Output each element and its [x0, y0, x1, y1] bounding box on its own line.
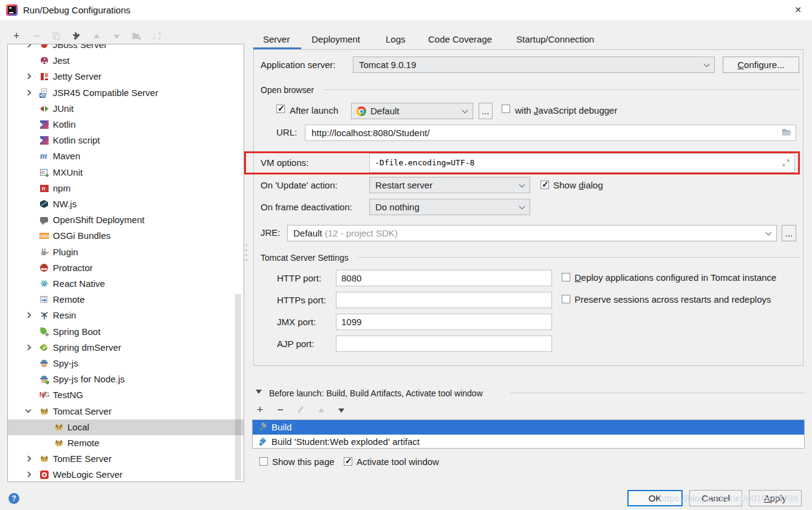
tomcat-settings-group-line — [357, 257, 800, 258]
js-debugger-checkbox[interactable] — [502, 105, 510, 113]
chevron-right-icon[interactable] — [26, 456, 32, 462]
new-folder-icon[interactable]: + — [132, 32, 142, 41]
tree-scrollbar[interactable] — [235, 294, 241, 480]
edit-icon[interactable] — [296, 405, 305, 415]
splitter-handle[interactable] — [245, 244, 247, 265]
remove-icon[interactable]: − — [276, 405, 285, 415]
after-launch-checkbox[interactable] — [276, 105, 285, 113]
tab-server[interactable]: Server — [263, 32, 290, 47]
tab-deployment[interactable]: Deployment — [312, 32, 360, 47]
ajp-port--field[interactable] — [336, 336, 552, 352]
preserve-sessions-checkbox[interactable] — [562, 295, 570, 303]
http-port--label: HTTP port: — [277, 271, 321, 286]
application-server-select[interactable]: Tomcat 9.0.19 — [353, 57, 715, 73]
tree-item-tomcat-server[interactable]: Tomcat Server — [8, 404, 244, 419]
configure-button[interactable]: Configure... — [723, 57, 799, 73]
tree-item-jest[interactable]: Jest — [8, 53, 244, 69]
expand-icon[interactable] — [781, 158, 791, 168]
vm-options-field[interactable]: -Dfile.encoding=UTF-8 — [369, 153, 795, 173]
tab-startup-connection[interactable]: Startup/Connection — [516, 32, 594, 47]
move-up-icon[interactable] — [92, 32, 101, 41]
browse-browser-button[interactable]: ... — [479, 103, 493, 119]
open-folder-icon[interactable] — [782, 128, 791, 138]
tree-item-resin[interactable]: Resin — [8, 308, 244, 323]
tree-item-spring-dmserver[interactable]: Spring dmServer — [8, 340, 244, 356]
url-field[interactable]: http://localhost:8080/Student/ — [305, 125, 796, 141]
collapse-triangle-icon[interactable] — [256, 390, 262, 394]
tree-item-remote[interactable]: Remote — [8, 292, 244, 308]
tree-item-jboss-server[interactable]: JBoss Server — [8, 44, 244, 53]
chevron-right-icon[interactable] — [26, 344, 32, 350]
jmx-port--field[interactable]: 1099 — [336, 314, 552, 330]
on-frame-deactivation-select[interactable]: Do nothing — [369, 199, 530, 215]
tree-item-remote[interactable]: Remote — [8, 435, 244, 451]
show-dialog-checkbox[interactable] — [541, 181, 549, 189]
tree-item-jetty-server[interactable]: Jetty Server — [8, 69, 244, 84]
chevron-right-icon[interactable] — [26, 74, 32, 80]
tree-item-testng[interactable]: NGTestNG — [8, 387, 244, 403]
tree-item-mxunit[interactable]: CMXUnit — [8, 165, 244, 181]
browse-jre-button[interactable]: ... — [782, 225, 796, 241]
tree-item-openshift-deployment[interactable]: OpenShift Deployment — [8, 212, 244, 228]
activate-tool-window-label: Activate tool window — [357, 454, 439, 470]
https-port--field[interactable] — [336, 292, 552, 308]
tree-item-local[interactable]: Local — [8, 419, 244, 435]
jre-label: JRE: — [261, 225, 281, 241]
open-browser-group-title: Open browser — [261, 85, 314, 95]
tree-item-junit[interactable]: JUnit — [8, 101, 244, 117]
tab-code-coverage[interactable]: Code Coverage — [428, 32, 492, 47]
http-port--field[interactable]: 8080 — [336, 270, 552, 286]
tree-item-spring-boot[interactable]: Spring Boot — [8, 324, 244, 340]
tree-item-react-native[interactable]: React Native — [8, 276, 244, 292]
chevron-right-icon[interactable] — [26, 472, 32, 478]
tree-item-tomee-server[interactable]: TomEE Server — [8, 451, 244, 467]
remove-icon[interactable]: − — [32, 32, 41, 41]
tree-item-spy-js[interactable]: Spy-js — [8, 356, 244, 371]
tomee-icon — [39, 454, 49, 464]
chevron-right-icon[interactable] — [26, 44, 32, 47]
add-icon[interactable]: + — [12, 32, 21, 41]
move-down-icon[interactable] — [336, 405, 346, 415]
move-down-icon[interactable] — [112, 32, 121, 41]
tree-item-label: OpenShift Deployment — [53, 212, 145, 228]
copy-icon[interactable] — [52, 32, 61, 41]
spring-boot-icon — [39, 327, 49, 337]
tree-item-label: Spy-js — [53, 356, 78, 371]
edit-defaults-icon[interactable] — [72, 32, 81, 41]
help-icon[interactable]: ? — [9, 493, 19, 504]
chevron-right-icon[interactable] — [26, 312, 32, 319]
activate-tool-window-checkbox[interactable] — [344, 457, 352, 466]
tab-logs[interactable]: Logs — [386, 32, 406, 47]
osgi-icon: OSGi — [39, 231, 49, 241]
chevron-down-icon[interactable] — [26, 407, 32, 413]
task-build-student-web-exploded-artifact[interactable]: Build 'Student:Web exploded' artifact — [253, 435, 804, 449]
tree-item-npm[interactable]: nnpm — [8, 181, 244, 196]
jre-select[interactable]: Default (12 - project SDK) — [287, 225, 777, 241]
deploy-applications-checkbox[interactable] — [562, 273, 570, 281]
move-up-icon[interactable] — [316, 405, 326, 415]
tree-item-nw-js[interactable]: NW.js — [8, 196, 244, 212]
task-build[interactable]: Build — [253, 420, 804, 435]
browser-select[interactable]: Default — [351, 103, 473, 119]
sort-alphabetically-icon[interactable]: ↓az — [152, 32, 162, 41]
show-this-page-checkbox[interactable] — [259, 457, 268, 466]
tomcat-icon — [39, 407, 49, 416]
chevron-right-icon[interactable] — [26, 89, 32, 95]
tree-item-protractor[interactable]: Protractor — [8, 260, 244, 276]
tree-item-kotlin-script[interactable]: Kotlin script — [8, 133, 244, 148]
before-launch-task-list: BuildBuild 'Student:Web exploded' artifa… — [252, 419, 805, 449]
tree-item-weblogic-server[interactable]: WebLogic Server — [8, 467, 244, 482]
port-value: 8080 — [341, 271, 361, 286]
on-update-action-select[interactable]: Restart server — [369, 177, 530, 193]
tree-item-osgi-bundles[interactable]: OSGiOSGi Bundles — [8, 228, 244, 244]
tree-item-maven[interactable]: mMaven — [8, 148, 244, 164]
tree-item-kotlin[interactable]: Kotlin — [8, 117, 244, 133]
hammer-icon — [258, 422, 267, 432]
tree-item-jsr45-compatible-server[interactable]: 45JSR45 Compatible Server — [8, 85, 244, 101]
add-icon[interactable]: + — [255, 405, 265, 415]
tree-item-spy-js-for-node-js[interactable]: Spy-js for Node.js — [8, 371, 244, 387]
ajp-port--label: AJP port: — [277, 336, 314, 352]
show-this-page-label: Show this page — [272, 454, 335, 470]
tree-item-plugin[interactable]: Plugin — [8, 244, 244, 260]
close-icon[interactable]: ✕ — [791, 0, 805, 20]
